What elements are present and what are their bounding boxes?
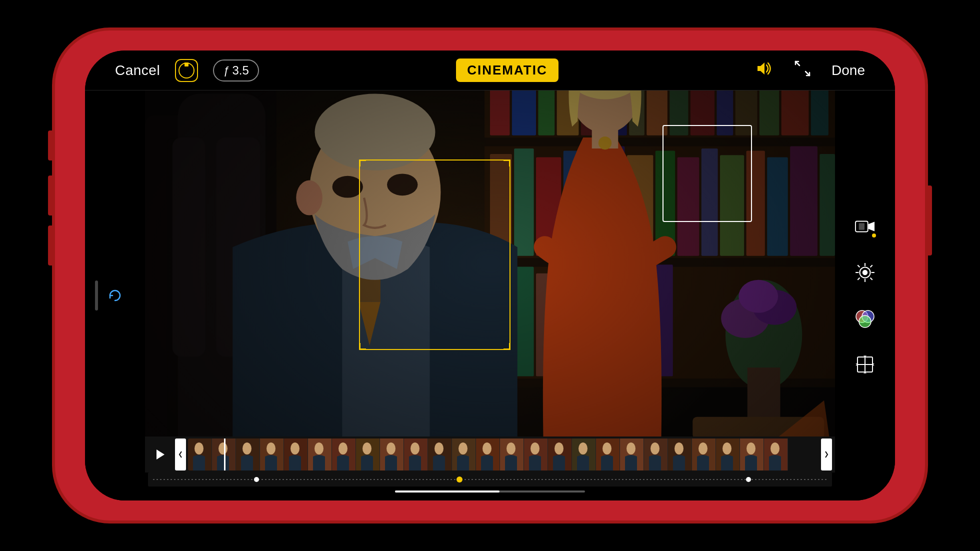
svg-point-84 — [242, 442, 252, 454]
filmstrip-container — [188, 438, 819, 470]
svg-line-140 — [870, 265, 872, 267]
trim-left-handle[interactable] — [175, 438, 186, 470]
filmstrip-frame — [644, 438, 668, 470]
filmstrip-frame — [236, 438, 260, 470]
aperture-f-symbol: ƒ — [223, 64, 229, 77]
svg-rect-130 — [859, 223, 864, 230]
progress-row — [145, 486, 835, 496]
svg-point-98 — [410, 442, 420, 454]
power-button[interactable] — [925, 186, 932, 256]
active-indicator — [872, 234, 876, 238]
svg-line-138 — [858, 265, 860, 267]
toolbar: Cancel ƒ 3.5 CINEMATIC — [85, 50, 895, 90]
aperture-value: 3.5 — [232, 64, 248, 78]
toolbar-left: Cancel ƒ 3.5 — [115, 59, 259, 82]
filmstrip-frame — [716, 438, 740, 470]
filmstrip-frame — [428, 438, 452, 470]
mute-button[interactable] — [48, 130, 55, 160]
filmstrip-frame — [500, 438, 524, 470]
svg-point-133 — [863, 270, 867, 274]
video-frame — [145, 90, 835, 436]
volume-icon[interactable] — [756, 61, 774, 80]
video-viewport — [145, 90, 835, 500]
filmstrip-frame — [572, 438, 596, 470]
fullscreen-icon[interactable] — [794, 60, 812, 81]
filmstrip-frame — [356, 438, 380, 470]
rotate-button[interactable] — [105, 286, 125, 306]
timeline-track — [153, 479, 827, 480]
phone-frame: Cancel ƒ 3.5 CINEMATIC — [55, 30, 925, 520]
transform-tool[interactable] — [851, 350, 879, 378]
svg-point-96 — [386, 442, 396, 454]
cinematic-badge: CINEMATIC — [456, 58, 558, 82]
svg-point-88 — [290, 442, 300, 454]
content-area — [85, 90, 895, 500]
filmstrip-frame — [524, 438, 548, 470]
scroll-indicator — [95, 280, 98, 310]
focus-point-2[interactable] — [456, 476, 462, 482]
svg-point-100 — [434, 442, 444, 454]
filmstrip-frame — [260, 438, 284, 470]
svg-point-92 — [338, 442, 348, 454]
trim-right-handle[interactable] — [821, 438, 832, 470]
bottom-controls — [145, 436, 835, 500]
svg-point-116 — [626, 442, 636, 454]
svg-point-144 — [859, 316, 871, 328]
filmstrip-frame — [620, 438, 644, 470]
filmstrip-frame — [284, 438, 308, 470]
filmstrip-frame — [452, 438, 476, 470]
svg-marker-78 — [156, 450, 164, 460]
svg-point-112 — [578, 442, 588, 454]
left-sidebar — [85, 90, 145, 500]
video-camera-tool[interactable] — [851, 212, 879, 240]
filmstrip-frame — [740, 438, 764, 470]
filmstrip-frame — [764, 438, 788, 470]
svg-line-139 — [870, 278, 872, 280]
svg-point-80 — [194, 442, 204, 454]
svg-marker-0 — [758, 62, 764, 74]
color-mix-tool[interactable] — [851, 304, 879, 332]
right-sidebar — [835, 90, 895, 500]
svg-point-102 — [458, 442, 468, 454]
camera-flip-button[interactable] — [175, 59, 198, 82]
svg-point-106 — [506, 442, 516, 454]
svg-point-122 — [698, 442, 708, 454]
scene-background — [145, 90, 835, 436]
svg-marker-131 — [868, 222, 874, 231]
notch — [440, 30, 540, 46]
filmstrip-frame — [668, 438, 692, 470]
svg-point-104 — [482, 442, 492, 454]
focus-point-3[interactable] — [746, 477, 751, 482]
volume-down-button[interactable] — [48, 226, 55, 266]
svg-point-82 — [218, 442, 228, 454]
progress-fill — [395, 490, 500, 492]
filmstrip-frame — [596, 438, 620, 470]
filmstrip-frame — [548, 438, 572, 470]
progress-bar[interactable] — [395, 490, 585, 492]
exposure-tool[interactable] — [851, 258, 879, 286]
aperture-button[interactable]: ƒ 3.5 — [213, 60, 259, 82]
toolbar-right: Done — [756, 60, 865, 81]
done-button[interactable]: Done — [832, 62, 865, 78]
svg-point-124 — [722, 442, 732, 454]
svg-point-94 — [362, 442, 372, 454]
svg-rect-77 — [145, 90, 835, 436]
filmstrip-frame — [380, 438, 404, 470]
filmstrip-frame — [188, 438, 212, 470]
phone-screen: Cancel ƒ 3.5 CINEMATIC — [85, 50, 895, 500]
filmstrip-frame — [332, 438, 356, 470]
svg-point-126 — [746, 442, 756, 454]
svg-point-86 — [266, 442, 276, 454]
svg-point-120 — [674, 442, 684, 454]
filmstrip-frame — [692, 438, 716, 470]
volume-up-button[interactable] — [48, 176, 55, 216]
svg-point-110 — [554, 442, 564, 454]
cancel-button[interactable]: Cancel — [115, 62, 160, 78]
focus-point-1[interactable] — [254, 477, 259, 482]
svg-line-141 — [858, 278, 860, 280]
filmstrip-frame — [308, 438, 332, 470]
play-button[interactable] — [148, 442, 173, 467]
filmstrip-frame — [476, 438, 500, 470]
svg-point-90 — [314, 442, 324, 454]
playhead — [224, 438, 226, 470]
